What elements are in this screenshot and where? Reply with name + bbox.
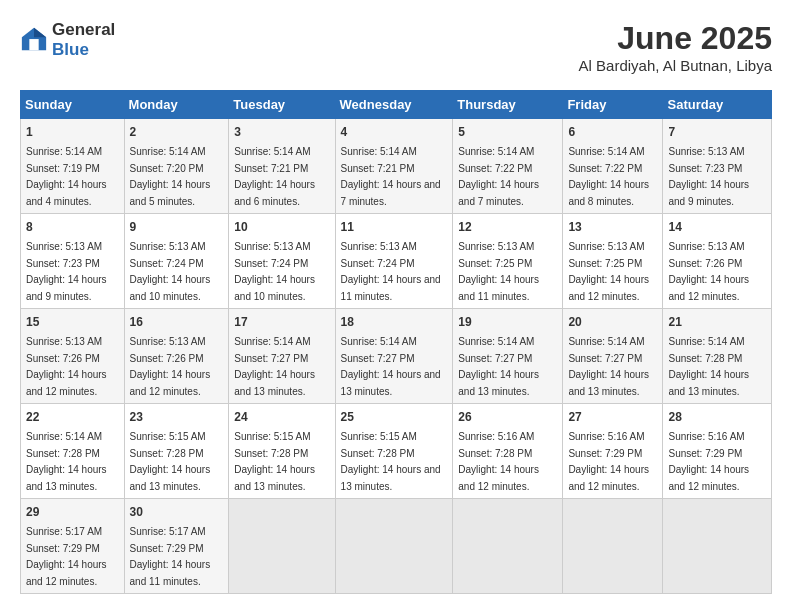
day-info: Sunrise: 5:14 AMSunset: 7:27 PMDaylight:… (458, 336, 539, 397)
week-row-1: 1 Sunrise: 5:14 AMSunset: 7:19 PMDayligh… (21, 119, 772, 214)
day-number: 10 (234, 218, 329, 236)
day-cell: 12 Sunrise: 5:13 AMSunset: 7:25 PMDaylig… (453, 214, 563, 309)
day-number: 13 (568, 218, 657, 236)
day-number: 25 (341, 408, 448, 426)
column-header-monday: Monday (124, 91, 229, 119)
day-info: Sunrise: 5:13 AMSunset: 7:23 PMDaylight:… (668, 146, 749, 207)
day-number: 20 (568, 313, 657, 331)
day-info: Sunrise: 5:14 AMSunset: 7:27 PMDaylight:… (568, 336, 649, 397)
title-area: June 2025 Al Bardiyah, Al Butnan, Libya (579, 20, 772, 74)
week-row-5: 29 Sunrise: 5:17 AMSunset: 7:29 PMDaylig… (21, 499, 772, 594)
column-header-thursday: Thursday (453, 91, 563, 119)
day-info: Sunrise: 5:14 AMSunset: 7:27 PMDaylight:… (341, 336, 441, 397)
day-info: Sunrise: 5:13 AMSunset: 7:25 PMDaylight:… (568, 241, 649, 302)
day-number: 19 (458, 313, 557, 331)
day-cell: 2 Sunrise: 5:14 AMSunset: 7:20 PMDayligh… (124, 119, 229, 214)
day-info: Sunrise: 5:14 AMSunset: 7:27 PMDaylight:… (234, 336, 315, 397)
day-number: 9 (130, 218, 224, 236)
day-info: Sunrise: 5:13 AMSunset: 7:24 PMDaylight:… (130, 241, 211, 302)
day-number: 24 (234, 408, 329, 426)
day-number: 27 (568, 408, 657, 426)
week-row-4: 22 Sunrise: 5:14 AMSunset: 7:28 PMDaylig… (21, 404, 772, 499)
day-number: 28 (668, 408, 766, 426)
day-info: Sunrise: 5:14 AMSunset: 7:28 PMDaylight:… (668, 336, 749, 397)
day-cell (453, 499, 563, 594)
day-info: Sunrise: 5:14 AMSunset: 7:21 PMDaylight:… (341, 146, 441, 207)
day-number: 14 (668, 218, 766, 236)
day-info: Sunrise: 5:14 AMSunset: 7:22 PMDaylight:… (458, 146, 539, 207)
day-cell: 6 Sunrise: 5:14 AMSunset: 7:22 PMDayligh… (563, 119, 663, 214)
column-header-sunday: Sunday (21, 91, 125, 119)
calendar-table: SundayMondayTuesdayWednesdayThursdayFrid… (20, 90, 772, 594)
svg-rect-2 (29, 39, 38, 50)
day-info: Sunrise: 5:16 AMSunset: 7:28 PMDaylight:… (458, 431, 539, 492)
day-number: 17 (234, 313, 329, 331)
week-row-2: 8 Sunrise: 5:13 AMSunset: 7:23 PMDayligh… (21, 214, 772, 309)
day-info: Sunrise: 5:13 AMSunset: 7:25 PMDaylight:… (458, 241, 539, 302)
page-title: June 2025 (579, 20, 772, 57)
day-cell: 10 Sunrise: 5:13 AMSunset: 7:24 PMDaylig… (229, 214, 335, 309)
day-number: 16 (130, 313, 224, 331)
day-number: 8 (26, 218, 119, 236)
day-info: Sunrise: 5:16 AMSunset: 7:29 PMDaylight:… (668, 431, 749, 492)
day-cell (229, 499, 335, 594)
day-info: Sunrise: 5:13 AMSunset: 7:26 PMDaylight:… (668, 241, 749, 302)
day-number: 3 (234, 123, 329, 141)
logo-general: General (52, 20, 115, 39)
header-row: SundayMondayTuesdayWednesdayThursdayFrid… (21, 91, 772, 119)
day-info: Sunrise: 5:13 AMSunset: 7:23 PMDaylight:… (26, 241, 107, 302)
day-cell: 20 Sunrise: 5:14 AMSunset: 7:27 PMDaylig… (563, 309, 663, 404)
day-number: 4 (341, 123, 448, 141)
day-info: Sunrise: 5:15 AMSunset: 7:28 PMDaylight:… (234, 431, 315, 492)
day-info: Sunrise: 5:14 AMSunset: 7:20 PMDaylight:… (130, 146, 211, 207)
day-info: Sunrise: 5:17 AMSunset: 7:29 PMDaylight:… (130, 526, 211, 587)
day-cell: 19 Sunrise: 5:14 AMSunset: 7:27 PMDaylig… (453, 309, 563, 404)
day-info: Sunrise: 5:16 AMSunset: 7:29 PMDaylight:… (568, 431, 649, 492)
logo-icon (20, 26, 48, 54)
logo-text: General Blue (52, 20, 115, 60)
day-cell: 22 Sunrise: 5:14 AMSunset: 7:28 PMDaylig… (21, 404, 125, 499)
day-number: 15 (26, 313, 119, 331)
day-cell (335, 499, 453, 594)
svg-marker-1 (34, 28, 46, 37)
day-cell: 23 Sunrise: 5:15 AMSunset: 7:28 PMDaylig… (124, 404, 229, 499)
page-subtitle: Al Bardiyah, Al Butnan, Libya (579, 57, 772, 74)
day-number: 21 (668, 313, 766, 331)
day-number: 6 (568, 123, 657, 141)
day-cell: 3 Sunrise: 5:14 AMSunset: 7:21 PMDayligh… (229, 119, 335, 214)
day-number: 30 (130, 503, 224, 521)
day-number: 2 (130, 123, 224, 141)
day-cell: 9 Sunrise: 5:13 AMSunset: 7:24 PMDayligh… (124, 214, 229, 309)
day-cell: 14 Sunrise: 5:13 AMSunset: 7:26 PMDaylig… (663, 214, 772, 309)
logo-blue: Blue (52, 40, 89, 59)
day-cell (663, 499, 772, 594)
day-number: 18 (341, 313, 448, 331)
day-number: 23 (130, 408, 224, 426)
day-cell: 26 Sunrise: 5:16 AMSunset: 7:28 PMDaylig… (453, 404, 563, 499)
week-row-3: 15 Sunrise: 5:13 AMSunset: 7:26 PMDaylig… (21, 309, 772, 404)
day-info: Sunrise: 5:13 AMSunset: 7:26 PMDaylight:… (26, 336, 107, 397)
day-info: Sunrise: 5:13 AMSunset: 7:24 PMDaylight:… (234, 241, 315, 302)
day-number: 12 (458, 218, 557, 236)
day-cell: 11 Sunrise: 5:13 AMSunset: 7:24 PMDaylig… (335, 214, 453, 309)
day-info: Sunrise: 5:14 AMSunset: 7:28 PMDaylight:… (26, 431, 107, 492)
day-cell: 5 Sunrise: 5:14 AMSunset: 7:22 PMDayligh… (453, 119, 563, 214)
header: General Blue June 2025 Al Bardiyah, Al B… (20, 20, 772, 74)
day-cell: 17 Sunrise: 5:14 AMSunset: 7:27 PMDaylig… (229, 309, 335, 404)
day-cell: 16 Sunrise: 5:13 AMSunset: 7:26 PMDaylig… (124, 309, 229, 404)
day-info: Sunrise: 5:17 AMSunset: 7:29 PMDaylight:… (26, 526, 107, 587)
column-header-friday: Friday (563, 91, 663, 119)
day-info: Sunrise: 5:15 AMSunset: 7:28 PMDaylight:… (130, 431, 211, 492)
day-info: Sunrise: 5:13 AMSunset: 7:24 PMDaylight:… (341, 241, 441, 302)
day-info: Sunrise: 5:14 AMSunset: 7:21 PMDaylight:… (234, 146, 315, 207)
day-cell (563, 499, 663, 594)
day-info: Sunrise: 5:13 AMSunset: 7:26 PMDaylight:… (130, 336, 211, 397)
day-cell: 25 Sunrise: 5:15 AMSunset: 7:28 PMDaylig… (335, 404, 453, 499)
day-cell: 30 Sunrise: 5:17 AMSunset: 7:29 PMDaylig… (124, 499, 229, 594)
day-number: 1 (26, 123, 119, 141)
day-cell: 21 Sunrise: 5:14 AMSunset: 7:28 PMDaylig… (663, 309, 772, 404)
day-cell: 27 Sunrise: 5:16 AMSunset: 7:29 PMDaylig… (563, 404, 663, 499)
day-number: 11 (341, 218, 448, 236)
day-cell: 18 Sunrise: 5:14 AMSunset: 7:27 PMDaylig… (335, 309, 453, 404)
day-cell: 15 Sunrise: 5:13 AMSunset: 7:26 PMDaylig… (21, 309, 125, 404)
